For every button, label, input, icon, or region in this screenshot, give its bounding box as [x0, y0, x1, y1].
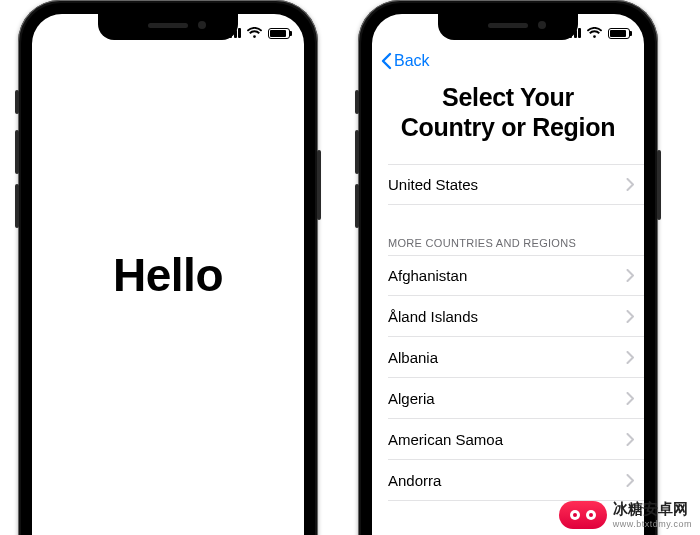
country-label: Åland Islands	[388, 308, 478, 325]
row-country[interactable]: Albania	[388, 337, 644, 378]
notch	[98, 14, 238, 40]
phone-hello: Hello	[18, 0, 318, 535]
wifi-icon	[587, 27, 602, 39]
watermark-text: 冰糖安卓网 www.btxtdmy.com	[613, 500, 692, 529]
country-label: Algeria	[388, 390, 435, 407]
chevron-right-icon	[626, 310, 634, 323]
screen: Back Select Your Country or Region Unite…	[372, 14, 644, 535]
mute-switch	[355, 90, 359, 114]
chevron-right-icon	[626, 433, 634, 446]
volume-down-button	[15, 184, 19, 228]
row-country[interactable]: Andorra	[388, 460, 644, 501]
volume-down-button	[355, 184, 359, 228]
row-country[interactable]: Afghanistan	[388, 255, 644, 296]
watermark: 冰糖安卓网 www.btxtdmy.com	[559, 500, 692, 529]
volume-up-button	[15, 130, 19, 174]
mute-switch	[15, 90, 19, 114]
section-gap: MORE COUNTRIES AND REGIONS	[388, 205, 644, 255]
section-header: MORE COUNTRIES AND REGIONS	[388, 237, 576, 249]
row-country[interactable]: Åland Islands	[388, 296, 644, 337]
back-label: Back	[394, 52, 430, 70]
country-list[interactable]: United States MORE COUNTRIES AND REGIONS…	[372, 164, 644, 535]
chevron-right-icon	[626, 269, 634, 282]
power-button	[657, 150, 661, 220]
chevron-left-icon	[380, 52, 392, 70]
hello-text: Hello	[113, 248, 223, 302]
chevron-right-icon	[626, 474, 634, 487]
phone-select-region: Back Select Your Country or Region Unite…	[358, 0, 658, 535]
chevron-right-icon	[626, 392, 634, 405]
volume-up-button	[355, 130, 359, 174]
stage: Hello Back	[0, 0, 700, 535]
battery-icon	[268, 28, 290, 39]
chevron-right-icon	[626, 351, 634, 364]
notch	[438, 14, 578, 40]
row-country[interactable]: Algeria	[388, 378, 644, 419]
country-label: American Samoa	[388, 431, 503, 448]
nav-bar: Back	[372, 46, 644, 76]
country-label: United States	[388, 176, 478, 193]
row-country[interactable]: American Samoa	[388, 419, 644, 460]
chevron-right-icon	[626, 178, 634, 191]
watermark-logo-icon	[559, 501, 607, 529]
row-primary-country[interactable]: United States	[388, 164, 644, 205]
country-label: Albania	[388, 349, 438, 366]
wifi-icon	[247, 27, 262, 39]
country-label: Andorra	[388, 472, 441, 489]
power-button	[317, 150, 321, 220]
page-title: Select Your Country or Region	[372, 78, 644, 160]
battery-icon	[608, 28, 630, 39]
screen: Hello	[32, 14, 304, 535]
country-label: Afghanistan	[388, 267, 467, 284]
back-button[interactable]: Back	[380, 52, 430, 70]
hello-screen[interactable]: Hello	[32, 14, 304, 535]
